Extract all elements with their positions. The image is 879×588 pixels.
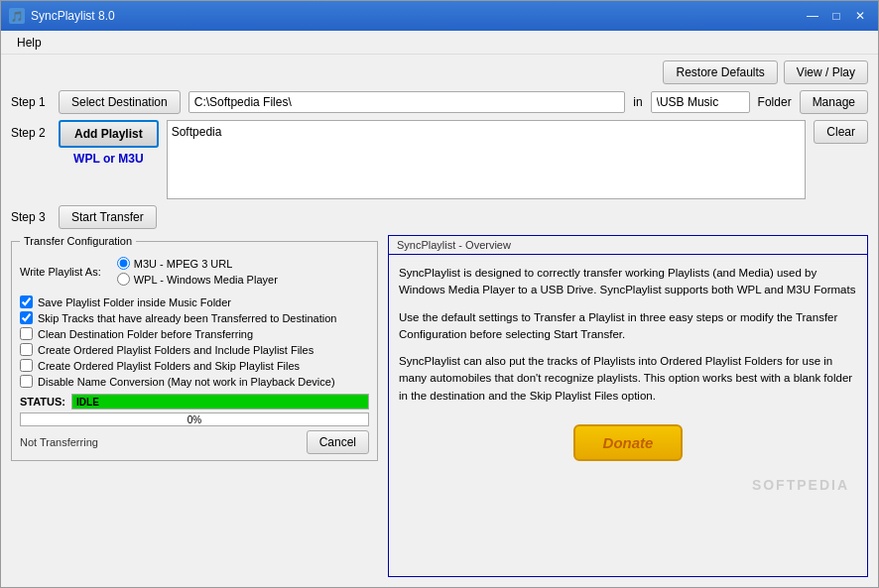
checkbox6[interactable]: Disable Name Conversion (May not work in… xyxy=(20,375,369,388)
checkbox1[interactable]: Save Playlist Folder inside Music Folder xyxy=(20,295,369,308)
overview-title: SyncPlaylist - Overview xyxy=(389,236,867,255)
softpedia-watermark: SOFTPEDIA xyxy=(399,471,857,500)
cancel-button[interactable]: Cancel xyxy=(307,430,369,454)
progress-row: 0% xyxy=(20,412,369,426)
progress-text: 0% xyxy=(21,413,368,425)
window-controls: — □ ✕ xyxy=(803,6,870,26)
app-icon: 🎵 xyxy=(9,8,25,24)
radio-m3u-option[interactable]: M3U - MPEG 3 URL xyxy=(117,257,278,270)
close-button[interactable]: ✕ xyxy=(850,6,870,26)
view-play-button[interactable]: View / Play xyxy=(784,60,868,84)
status-label: STATUS: xyxy=(20,396,65,408)
folder-name-input[interactable] xyxy=(651,91,750,113)
progress-bar: 0% xyxy=(20,412,369,426)
step2-label: Step 2 xyxy=(11,120,51,140)
toolbar: Restore Defaults View / Play xyxy=(1,55,878,90)
radio-wpl-label: WPL - Windows Media Player xyxy=(134,274,278,286)
step2-area: Step 2 Add Playlist WPL or M3U Softpedia… xyxy=(11,120,868,199)
start-transfer-button[interactable]: Start Transfer xyxy=(59,205,157,229)
checkbox2[interactable]: Skip Tracks that have already been Trans… xyxy=(20,311,369,324)
donate-area: Donate xyxy=(399,414,857,471)
checkbox4[interactable]: Create Ordered Playlist Folders and Incl… xyxy=(20,343,369,356)
overview-content: SyncPlaylist is designed to correctly tr… xyxy=(389,255,867,576)
minimize-button[interactable]: — xyxy=(803,6,822,26)
maximize-button[interactable]: □ xyxy=(826,6,846,26)
title-bar: 🎵 SyncPlaylist 8.0 — □ ✕ xyxy=(1,1,878,31)
checkbox6-input[interactable] xyxy=(20,375,33,388)
wpl-label: WPL or M3U xyxy=(73,152,143,166)
main-content: Step 1 Select Destination in Folder Mana… xyxy=(1,90,878,587)
status-value: IDLE xyxy=(76,397,99,408)
transfer-config-legend: Transfer Configuration xyxy=(20,235,136,247)
checkbox6-label: Disable Name Conversion (May not work in… xyxy=(38,376,335,388)
checkbox1-label: Save Playlist Folder inside Music Folder xyxy=(38,296,231,308)
radio-wpl[interactable] xyxy=(117,273,130,286)
step3-row: Step 3 Start Transfer xyxy=(11,205,868,229)
radio-m3u-label: M3U - MPEG 3 URL xyxy=(134,258,233,270)
manage-button[interactable]: Manage xyxy=(800,90,868,114)
menu-bar: Help xyxy=(1,31,878,55)
destination-path-input[interactable] xyxy=(188,91,626,113)
radio-wpl-option[interactable]: WPL - Windows Media Player xyxy=(117,273,278,286)
status-bar: IDLE xyxy=(71,394,369,410)
checkbox4-label: Create Ordered Playlist Folders and Incl… xyxy=(38,344,314,356)
status-row: STATUS: IDLE xyxy=(20,394,369,410)
checkbox5-input[interactable] xyxy=(20,359,33,372)
step1-label: Step 1 xyxy=(11,95,51,109)
step1-row: Step 1 Select Destination in Folder Mana… xyxy=(11,90,868,114)
folder-label: Folder xyxy=(758,95,792,109)
radio-m3u[interactable] xyxy=(117,257,130,270)
add-playlist-button[interactable]: Add Playlist xyxy=(59,120,159,148)
checkbox5[interactable]: Create Ordered Playlist Folders and Skip… xyxy=(20,359,369,372)
donate-button[interactable]: Donate xyxy=(573,424,684,461)
menu-item-help[interactable]: Help xyxy=(9,34,50,52)
checkbox3-label: Clean Destination Folder before Transfer… xyxy=(38,328,253,340)
window-title: SyncPlaylist 8.0 xyxy=(31,9,115,23)
write-playlist-label: Write Playlist As: xyxy=(20,266,101,278)
checkbox3[interactable]: Clean Destination Folder before Transfer… xyxy=(20,327,369,340)
clear-area: Clear xyxy=(814,120,868,144)
not-transferring-label: Not Transferring xyxy=(20,436,98,448)
status-bar-fill: IDLE xyxy=(72,395,368,409)
overview-para2: Use the default settings to Transfer a P… xyxy=(399,309,857,344)
restore-defaults-button[interactable]: Restore Defaults xyxy=(663,60,777,84)
main-area: Transfer Configuration Write Playlist As… xyxy=(11,235,868,577)
clear-button[interactable]: Clear xyxy=(814,120,868,144)
in-label: in xyxy=(633,95,642,109)
overview-panel: SyncPlaylist - Overview SyncPlaylist is … xyxy=(388,235,868,577)
checkbox2-input[interactable] xyxy=(20,311,33,324)
radio-group: Write Playlist As: M3U - MPEG 3 URL WPL … xyxy=(20,253,369,290)
checkbox1-input[interactable] xyxy=(20,295,33,308)
playlist-textarea[interactable]: Softpedia xyxy=(167,120,807,199)
bottom-row: Not Transferring Cancel xyxy=(20,430,369,454)
transfer-config-group: Transfer Configuration Write Playlist As… xyxy=(11,235,378,461)
select-destination-button[interactable]: Select Destination xyxy=(59,90,181,114)
step3-label: Step 3 xyxy=(11,210,51,224)
checkbox2-label: Skip Tracks that have already been Trans… xyxy=(38,312,336,324)
overview-para3: SyncPlaylist can also put the tracks of … xyxy=(399,353,857,405)
overview-para1: SyncPlaylist is designed to correctly tr… xyxy=(399,265,857,299)
step2-controls: Add Playlist WPL or M3U xyxy=(59,120,159,166)
checkbox3-input[interactable] xyxy=(20,327,33,340)
checkbox4-input[interactable] xyxy=(20,343,33,356)
checkbox5-label: Create Ordered Playlist Folders and Skip… xyxy=(38,360,300,372)
left-panel: Transfer Configuration Write Playlist As… xyxy=(11,235,378,577)
